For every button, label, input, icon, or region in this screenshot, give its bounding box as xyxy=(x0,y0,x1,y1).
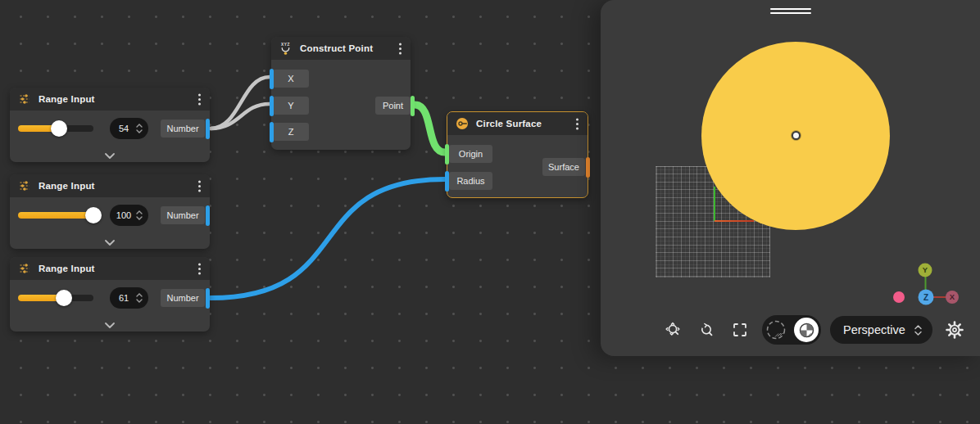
chevron-up-icon[interactable] xyxy=(136,210,143,214)
output-port-number[interactable]: Number xyxy=(161,289,205,307)
connector-origin-in[interactable] xyxy=(445,144,449,165)
node-header[interactable]: Range Input xyxy=(10,257,210,280)
fit-view-button[interactable] xyxy=(725,315,755,345)
range-slider[interactable] xyxy=(18,212,93,219)
stepper-value: 100 xyxy=(110,210,136,220)
connector-number-out[interactable] xyxy=(206,119,210,139)
axis-gizmo[interactable]: Y X Z xyxy=(887,259,969,309)
connector-number-out[interactable] xyxy=(206,288,210,309)
chevron-down-icon[interactable] xyxy=(136,299,143,303)
kebab-menu-icon[interactable] xyxy=(198,98,201,101)
stepper-chevrons[interactable] xyxy=(136,210,148,220)
port-label: Origin xyxy=(459,149,483,159)
pan-zoom-icon xyxy=(664,321,682,339)
gizmo-x-ball[interactable]: X xyxy=(946,291,959,304)
sliders-icon xyxy=(17,92,31,106)
kebab-menu-icon[interactable] xyxy=(576,123,578,125)
output-port-number[interactable]: Number xyxy=(161,206,205,224)
gizmo-z-ball[interactable]: Z xyxy=(919,290,934,305)
gizmo-y-ball[interactable]: Y xyxy=(919,264,932,277)
chevron-down-icon[interactable] xyxy=(136,129,143,133)
kebab-menu-icon[interactable] xyxy=(198,268,201,270)
port-label: Z xyxy=(288,127,294,137)
svg-text:Y: Y xyxy=(923,265,928,274)
pan-zoom-button[interactable] xyxy=(658,315,687,345)
node-title: Range Input xyxy=(39,181,95,191)
node-construct-point[interactable]: XYZ Construct Point X Y Z Point xyxy=(271,37,411,150)
gizmo-neg-x-ball[interactable] xyxy=(893,291,905,303)
range-slider[interactable] xyxy=(18,125,93,132)
slider-knob[interactable] xyxy=(56,290,72,306)
slider-knob[interactable] xyxy=(51,120,67,137)
wireframe-mode-icon[interactable] xyxy=(764,319,787,341)
input-port-x[interactable]: X xyxy=(273,70,309,88)
origin-point-marker[interactable] xyxy=(792,131,801,140)
xyz-icon-text: XYZ xyxy=(281,42,290,46)
port-label: Surface xyxy=(548,162,579,172)
render-mode-toggle[interactable] xyxy=(762,315,821,345)
viewport-y-axis-line xyxy=(714,187,715,221)
output-port-point[interactable]: Point xyxy=(375,97,411,115)
number-stepper[interactable]: 54 xyxy=(110,118,148,139)
node-header[interactable]: XYZ Construct Point xyxy=(271,37,411,60)
node-range-input-1[interactable]: Range Input 54 Number xyxy=(10,88,210,162)
viewport-settings-button[interactable] xyxy=(940,315,969,345)
rotate-view-icon xyxy=(697,321,715,339)
chevron-down-icon[interactable] xyxy=(136,216,143,220)
stepper-chevrons[interactable] xyxy=(136,293,148,303)
collapse-chevron-icon[interactable] xyxy=(105,323,115,328)
rotate-view-button[interactable] xyxy=(692,315,721,345)
input-port-y[interactable]: Y xyxy=(273,97,309,115)
panel-drag-handle[interactable] xyxy=(770,8,811,14)
circle-radius-icon xyxy=(455,116,469,131)
input-port-origin[interactable]: Origin xyxy=(449,145,492,163)
svg-text:X: X xyxy=(950,292,955,301)
number-stepper[interactable]: 100 xyxy=(110,205,148,226)
input-port-radius[interactable]: Radius xyxy=(449,172,492,190)
chevron-up-icon[interactable] xyxy=(136,293,143,297)
connector-z-in[interactable] xyxy=(270,122,274,142)
range-slider[interactable] xyxy=(18,295,93,301)
stepper-value: 54 xyxy=(110,124,136,133)
node-circle-surface[interactable]: Circle Surface Origin Radius Surface xyxy=(447,111,588,198)
updown-chevron-icon xyxy=(914,324,923,336)
connector-number-out[interactable] xyxy=(206,205,210,226)
slider-knob[interactable] xyxy=(85,207,102,223)
output-port-surface[interactable]: Surface xyxy=(542,158,585,176)
stepper-chevrons[interactable] xyxy=(136,124,148,133)
collapse-chevron-icon[interactable] xyxy=(105,240,115,246)
connector-y-in[interactable] xyxy=(270,96,274,116)
node-title: Range Input xyxy=(39,264,95,273)
node-title: Construct Point xyxy=(300,43,373,53)
chevron-up-icon[interactable] xyxy=(136,124,143,128)
output-port-number[interactable]: Number xyxy=(161,120,205,138)
connector-surface-out[interactable] xyxy=(586,157,590,178)
node-range-input-3[interactable]: Range Input 61 Number xyxy=(10,257,210,332)
port-label: Number xyxy=(166,124,198,133)
camera-mode-dropdown[interactable]: Perspective xyxy=(830,316,932,344)
node-header[interactable]: Circle Surface xyxy=(447,112,588,135)
kebab-menu-icon[interactable] xyxy=(198,185,201,187)
viewport-x-axis-line xyxy=(715,220,754,222)
svg-text:Z: Z xyxy=(923,293,928,302)
settings-gear-icon xyxy=(945,320,964,340)
xyz-point-icon: XYZ xyxy=(279,41,293,56)
node-range-input-2[interactable]: Range Input 100 Number xyxy=(10,174,210,249)
connector-point-out[interactable] xyxy=(411,96,415,116)
connector-radius-in[interactable] xyxy=(445,171,449,192)
number-stepper[interactable]: 61 xyxy=(110,287,148,309)
port-label: X xyxy=(288,74,293,83)
input-port-z[interactable]: Z xyxy=(273,123,309,141)
shaded-mode-icon[interactable] xyxy=(794,318,819,342)
kebab-menu-icon[interactable] xyxy=(399,47,402,50)
port-label: Y xyxy=(288,101,293,111)
sliders-icon xyxy=(17,178,31,193)
node-title: Range Input xyxy=(39,94,95,104)
sliders-icon xyxy=(17,261,31,276)
collapse-chevron-icon[interactable] xyxy=(105,153,115,159)
stepper-value: 61 xyxy=(110,293,136,303)
port-label: Number xyxy=(166,293,198,303)
connector-x-in[interactable] xyxy=(270,69,274,89)
node-header[interactable]: Range Input xyxy=(10,88,210,111)
node-header[interactable]: Range Input xyxy=(10,174,210,197)
